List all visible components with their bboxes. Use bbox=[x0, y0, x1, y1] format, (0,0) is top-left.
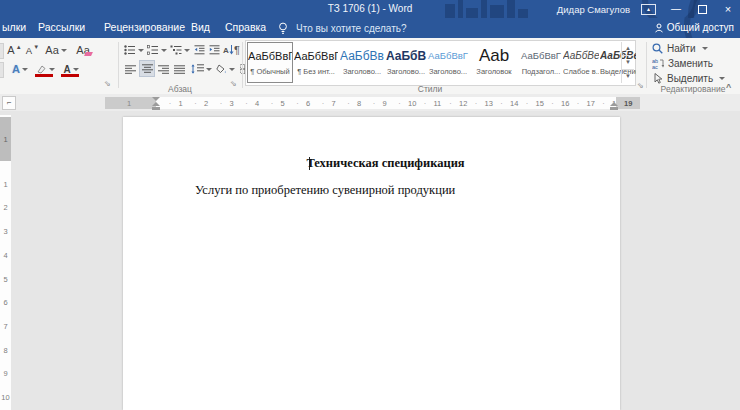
tab-mailings[interactable]: Рассылки bbox=[38, 21, 85, 33]
tab-help[interactable]: Справка bbox=[225, 21, 266, 33]
align-right-icon bbox=[158, 65, 169, 74]
shading-button[interactable] bbox=[215, 61, 236, 77]
align-center-button[interactable] bbox=[139, 60, 155, 77]
paragraph-dialog-launcher[interactable]: ⇘ bbox=[230, 80, 237, 88]
increase-indent-button[interactable] bbox=[208, 42, 221, 58]
ruler-row: ⌐ 1 1·2·3·4·5·6·7·8·9·10·11·12·13·14·15·… bbox=[0, 94, 740, 111]
eraser-icon bbox=[84, 52, 93, 56]
grow-font-button[interactable]: А▲ bbox=[7, 42, 22, 58]
svg-text:ac: ac bbox=[652, 64, 658, 69]
ruler-right-margin: 19 bbox=[616, 97, 640, 109]
ribbon-tab-row: ылки Рассылки Рецензирование Вид Справка… bbox=[0, 18, 740, 38]
line-spacing-button[interactable] bbox=[190, 61, 212, 77]
justify-icon bbox=[174, 65, 185, 74]
numbering-button[interactable] bbox=[146, 42, 167, 58]
style-normal[interactable]: АаБбВвГ ¶ Обычный bbox=[248, 43, 292, 82]
style-subtle-emphasis[interactable]: АаБбВеГ Слабое в... bbox=[563, 43, 599, 82]
document-title-line[interactable]: Техническая спецификация bbox=[137, 156, 634, 171]
align-left-icon bbox=[125, 65, 136, 74]
style-title[interactable]: Аab Заголовок bbox=[469, 43, 519, 82]
minimize-button[interactable]: — bbox=[668, 3, 684, 15]
find-button[interactable]: Найти bbox=[652, 42, 708, 55]
tab-stop-selector[interactable]: ⌐ bbox=[2, 96, 16, 110]
justify-button[interactable] bbox=[172, 61, 186, 77]
shrink-font-button[interactable]: А▼ bbox=[25, 42, 40, 58]
styles-dialog-launcher[interactable]: ⇘ bbox=[637, 82, 644, 90]
font-dialog-launcher[interactable]: ⇘ bbox=[104, 80, 111, 88]
hanging-indent-marker[interactable] bbox=[152, 102, 160, 106]
replace-button[interactable]: abac Заменить bbox=[652, 57, 713, 70]
paint-bucket-icon bbox=[216, 64, 227, 74]
share-button[interactable]: Общий доступ bbox=[654, 22, 734, 33]
tab-review[interactable]: Рецензирование bbox=[104, 21, 185, 33]
vruler-top-margin: 1 bbox=[0, 117, 11, 161]
bullets-button[interactable] bbox=[123, 42, 144, 58]
lightbulb-icon bbox=[278, 22, 288, 35]
restore-button[interactable] bbox=[694, 3, 710, 15]
style-no-spacing[interactable]: АаБбВвГ ¶ Без инт... bbox=[294, 43, 338, 82]
styles-gallery: АаБбВвГ ¶ Обычный АаБбВвГ ¶ Без инт... А… bbox=[245, 40, 636, 86]
share-label: Общий доступ bbox=[667, 22, 734, 33]
document-canvas: Техническая спецификация Услуги по приоб… bbox=[0, 111, 740, 410]
document-subtitle-line[interactable]: Услуги по приобретению сувенирной продук… bbox=[195, 183, 455, 198]
right-indent-marker-box[interactable] bbox=[610, 107, 618, 110]
clipped-button-fragment bbox=[0, 62, 4, 78]
title-bar: ТЗ 1706 (1) - Word Дидар Смагулов ▴ — × bbox=[0, 0, 740, 18]
clipped-button-fragment bbox=[0, 43, 4, 59]
indent-icon bbox=[209, 45, 220, 55]
ruler-text-area: 1·2·3·4·5·6·7·8·9·10·11·12·13·14·15·16·1… bbox=[156, 97, 616, 109]
editing-group-label: Редактирование bbox=[650, 84, 736, 94]
outdent-icon bbox=[194, 45, 205, 55]
highlighter-icon bbox=[36, 64, 47, 74]
font-color-button[interactable]: А bbox=[60, 61, 82, 77]
change-case-button[interactable]: Аа bbox=[44, 42, 68, 58]
align-right-button[interactable] bbox=[156, 61, 170, 77]
style-subtitle[interactable]: АаБбВвГ Подзагол... bbox=[520, 43, 562, 82]
styles-scroll-down-button[interactable]: ▼ bbox=[622, 56, 634, 70]
ruler-margin-number: 19 bbox=[624, 99, 632, 108]
person-icon bbox=[654, 23, 664, 33]
multilevel-list-button[interactable] bbox=[169, 42, 190, 58]
clear-formatting-button[interactable]: Аа bbox=[72, 42, 94, 58]
align-center-icon bbox=[142, 64, 153, 73]
align-left-button[interactable] bbox=[123, 61, 137, 77]
paragraph-group-label: Абзац bbox=[140, 84, 220, 94]
right-indent-marker[interactable] bbox=[610, 102, 618, 106]
tab-links-partial[interactable]: ылки bbox=[2, 21, 26, 33]
tell-me-box[interactable]: Что вы хотите сделать? bbox=[296, 23, 407, 34]
styles-scroll-up-button[interactable]: ▲ bbox=[622, 42, 634, 56]
left-indent-marker[interactable] bbox=[152, 107, 160, 110]
styles-group-label: Стили bbox=[390, 84, 470, 94]
tab-view[interactable]: Вид bbox=[191, 21, 210, 33]
ribbon: А▲ А▼ Аа Аа А А ⇘ А ¶ bbox=[0, 38, 740, 95]
text-effects-button[interactable]: А bbox=[12, 61, 28, 77]
font-color-swatch bbox=[61, 74, 79, 77]
close-button[interactable]: × bbox=[720, 3, 736, 15]
text-highlight-color-button[interactable] bbox=[34, 61, 56, 77]
highlight-color-swatch bbox=[35, 74, 53, 77]
ribbon-display-options-button[interactable]: ▴ bbox=[641, 4, 656, 15]
horizontal-ruler[interactable]: 1 1·2·3·4·5·6·7·8·9·10·11·12·13·14·15·16… bbox=[105, 97, 640, 109]
collapse-ribbon-button[interactable]: ^ bbox=[726, 82, 731, 92]
vruler-margin-number: 1 bbox=[0, 135, 11, 144]
pointer-icon bbox=[652, 73, 663, 84]
numbered-list-icon bbox=[147, 45, 159, 55]
signed-in-user[interactable]: Дидар Смагулов bbox=[557, 4, 630, 15]
search-icon bbox=[652, 43, 663, 54]
document-page[interactable]: Техническая спецификация Услуги по приоб… bbox=[123, 117, 620, 410]
style-heading1[interactable]: АаБбВв Заголово... bbox=[340, 43, 384, 82]
bullet-list-icon bbox=[124, 45, 136, 55]
style-heading2[interactable]: АаБбВ Заголово... bbox=[385, 43, 427, 82]
ruler-left-margin: 1 bbox=[105, 97, 156, 109]
line-spacing-icon bbox=[191, 64, 204, 74]
vertical-ruler[interactable]: 1 12345678910 bbox=[0, 115, 11, 410]
first-line-indent-marker[interactable] bbox=[152, 97, 160, 101]
styles-gallery-scroll: ▲ ▼ ▼ bbox=[621, 42, 634, 83]
replace-icon: abac bbox=[652, 58, 664, 69]
ruler-margin-number: 1 bbox=[127, 99, 131, 108]
multilevel-list-icon bbox=[170, 45, 182, 55]
decrease-indent-button[interactable] bbox=[193, 42, 206, 58]
style-heading3[interactable]: АаБбВвГ Заголово... bbox=[427, 43, 469, 82]
styles-more-button[interactable]: ▼ bbox=[622, 70, 634, 83]
